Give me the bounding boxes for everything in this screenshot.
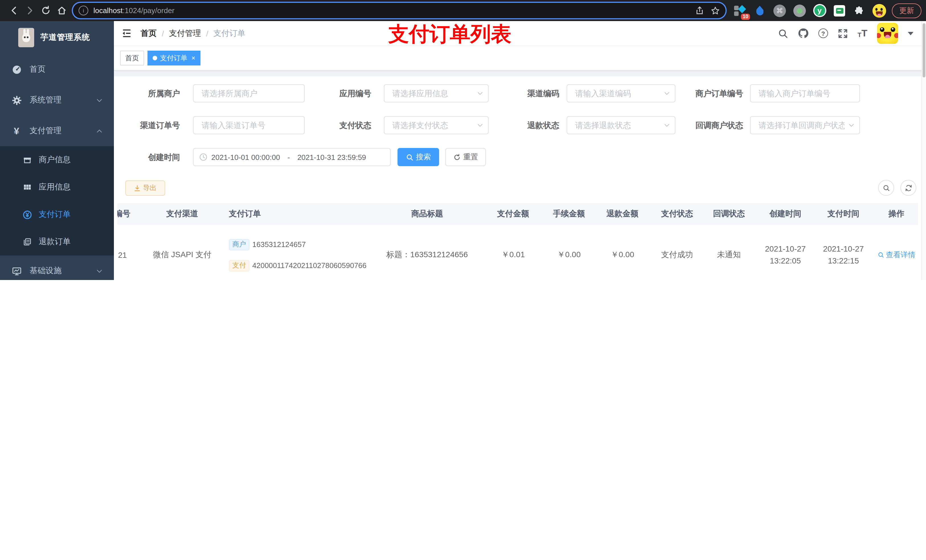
pay-status-select[interactable] [384, 116, 489, 134]
sidebar-item-home[interactable]: 首页 [0, 54, 114, 85]
share-icon[interactable] [695, 6, 704, 15]
url-text: localhost:1024/pay/order [94, 6, 688, 15]
sidebar-item-infra[interactable]: 基础设施 [0, 255, 114, 280]
payment-submenu: 商户信息 应用信息 支付订单 退款订单 [0, 146, 114, 255]
bookmark-star-icon[interactable] [711, 6, 720, 15]
close-icon[interactable]: × [191, 54, 195, 62]
col-pay-status: 支付状态 [655, 209, 699, 219]
help-icon[interactable]: ? [819, 29, 828, 38]
sidebar-item-app-info[interactable]: 应用信息 [0, 174, 114, 201]
content-gap [114, 71, 926, 76]
forward-icon[interactable] [22, 3, 38, 18]
merchant-tag: 商户 [229, 239, 250, 250]
table-row: 21 微信 JSAPI 支付 商户1635312124657 支付4200001… [117, 225, 918, 280]
extension-chat-icon[interactable] [832, 4, 846, 17]
tag-pay-order[interactable]: 支付订单 × [147, 51, 200, 65]
filter-label-pay-status: 支付状态 [296, 116, 371, 134]
date-separator: - [284, 153, 293, 162]
fullscreen-icon[interactable] [838, 28, 848, 38]
monitor-icon [11, 266, 22, 276]
search-icon[interactable] [778, 28, 788, 38]
chevron-up-icon [96, 128, 103, 134]
tag-home[interactable]: 首页 [120, 51, 144, 65]
view-detail-link[interactable]: 查看详情 [877, 250, 915, 260]
chevron-down-icon [477, 122, 484, 128]
channel-order-no-input[interactable] [193, 116, 305, 134]
filter-label-refund-status: 退款状态 [484, 116, 559, 134]
date-range-picker[interactable]: 2021-10-01 00:00:00 - 2021-10-31 23:59:5… [193, 148, 391, 166]
table-header-row: 编号 支付渠道 支付订单 商品标题 支付金额 手续金额 退款金额 支付状态 回调… [117, 203, 918, 225]
site-info-icon[interactable]: i [79, 6, 88, 15]
font-size-icon[interactable]: TT [858, 29, 867, 38]
sidebar-item-pay-order[interactable]: 支付订单 [0, 201, 114, 228]
callback-status-select[interactable] [750, 116, 860, 134]
profile-avatar-icon[interactable] [873, 4, 886, 17]
extension-record-icon[interactable] [793, 4, 806, 17]
sidebar-item-payment[interactable]: ¥ 支付管理 [0, 116, 114, 146]
browser-toolbar: i localhost:1024/pay/order 10 ⌘ y [0, 0, 926, 21]
filter-label-merchant: 所属商户 [114, 84, 180, 103]
app-select[interactable] [384, 84, 489, 103]
col-pay-order: 支付订单 [222, 209, 376, 219]
tags-view-bar: 首页 支付订单 × [114, 46, 926, 71]
extension-command-icon[interactable]: ⌘ [773, 4, 787, 17]
address-bar[interactable]: i localhost:1024/pay/order [73, 3, 726, 18]
refresh-button[interactable] [900, 180, 916, 196]
show-search-button[interactable] [878, 180, 894, 196]
chevron-down-icon [848, 122, 855, 128]
extensions-puzzle-icon[interactable] [853, 4, 866, 17]
search-button[interactable]: 搜索 [398, 148, 439, 166]
breadcrumb-pay-management[interactable]: 支付管理 [169, 28, 201, 38]
extensions-row: 10 ⌘ y [733, 4, 886, 17]
col-id: 编号 [117, 209, 142, 219]
app-header: 首页 / 支付管理 / 支付订单 支付订单列表 ? TT [114, 21, 926, 46]
merchant-input[interactable] [193, 84, 305, 103]
clock-icon [199, 153, 207, 161]
filter-label-create-time: 创建时间 [114, 148, 180, 166]
chevron-down-icon [477, 90, 484, 97]
date-start: 2021-10-01 00:00:00 [211, 153, 280, 162]
col-fee: 手续金额 [548, 209, 590, 219]
github-icon[interactable] [798, 28, 809, 39]
content: 所属商户 应用编号 渠道编码 商户订单编号 渠道订单号 支 [114, 76, 926, 280]
app-title: 芋道管理系统 [41, 32, 90, 43]
reset-button[interactable]: 重置 [445, 148, 486, 166]
export-button[interactable]: 导出 [125, 180, 165, 196]
user-avatar[interactable] [877, 23, 898, 44]
home-icon[interactable] [53, 3, 70, 18]
breadcrumb-home[interactable]: 首页 [141, 28, 157, 38]
yen-circle-icon [23, 210, 32, 219]
merchant-order-no-input[interactable] [750, 84, 860, 103]
extension-drop-icon[interactable] [753, 4, 767, 17]
chevron-down-icon [96, 97, 103, 103]
back-icon[interactable] [6, 3, 22, 18]
reload-icon[interactable] [38, 3, 53, 18]
filter-label-callback-status: 回调商户状态 [655, 116, 743, 134]
callback-status: 未通知 [699, 250, 758, 260]
app-logo[interactable]: 芋道管理系统 [0, 21, 114, 54]
filter-label-channel-code: 渠道编码 [484, 84, 559, 103]
breadcrumb: 首页 / 支付管理 / 支付订单 [141, 28, 245, 38]
col-callback-status: 回调状态 [699, 209, 758, 219]
shop-icon [23, 155, 32, 165]
grid-icon [23, 183, 32, 192]
page-scrollbar[interactable] [921, 21, 926, 280]
sidebar-collapse-icon[interactable] [121, 28, 132, 39]
filter-label-app-no: 应用编号 [296, 84, 371, 103]
page-title: 支付订单列表 [388, 22, 511, 46]
col-channel: 支付渠道 [142, 209, 222, 219]
extension-y-icon[interactable]: y [813, 4, 826, 17]
sidebar-item-system[interactable]: 系统管理 [0, 85, 114, 116]
filter-label-channel-order-no: 渠道订单号 [114, 116, 180, 134]
main-area: 首页 / 支付管理 / 支付订单 支付订单列表 ? TT [114, 21, 926, 280]
sidebar-item-refund-order[interactable]: 退款订单 [0, 228, 114, 255]
header-actions: ? TT [778, 21, 914, 45]
scrollbar-thumb[interactable] [923, 23, 925, 77]
logo-image [18, 28, 34, 47]
chrome-update-button[interactable]: 更新 [892, 3, 921, 18]
sidebar-item-merchant-info[interactable]: 商户信息 [0, 146, 114, 174]
chevron-down-icon [96, 268, 103, 274]
col-paid: 支付时间 [812, 209, 875, 219]
extension-boxes-icon[interactable]: 10 [733, 4, 747, 17]
avatar-caret-icon[interactable] [908, 32, 914, 35]
